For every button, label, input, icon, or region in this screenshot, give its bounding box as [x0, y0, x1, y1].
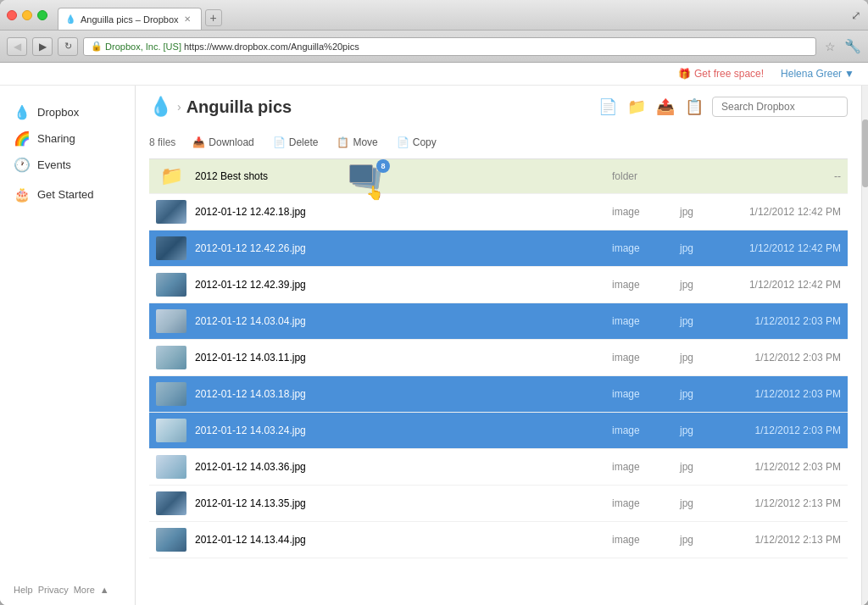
breadcrumb: 💧 › Anguilla pics	[149, 96, 292, 118]
file-header: 💧 › Anguilla pics 📄 📁 📤 📋	[149, 96, 848, 118]
sidebar-item-dropbox[interactable]: 💧 Dropbox	[0, 99, 135, 125]
forward-button[interactable]: ▶	[32, 37, 53, 56]
delete-button[interactable]: 📄 Delete	[264, 133, 327, 152]
title-bar: 💧 Anguilla pics – Dropbox ✕ + ⤢	[0, 0, 868, 31]
folder-icon: 📁	[156, 165, 186, 187]
file-type: image	[612, 279, 680, 291]
more-link[interactable]: More	[74, 585, 95, 595]
drag-count-badge: 8	[376, 159, 390, 173]
copy-button[interactable]: 📄 Copy	[388, 133, 445, 152]
sidebar-item-events[interactable]: 🕐 Events	[0, 152, 135, 178]
file-date: --	[722, 170, 841, 182]
file-date: 1/12/2012 2:03 PM	[722, 425, 841, 436]
file-date: 1/12/2012 12:42 PM	[722, 242, 841, 254]
user-menu[interactable]: Helena Greer ▼	[781, 68, 854, 80]
upload-file-icon[interactable]: 📄	[597, 96, 619, 118]
file-thumbnail	[156, 273, 186, 297]
sharing-icon: 🌈	[14, 130, 31, 147]
table-row[interactable]: 2012-01-12 14.03.11.jpg image jpg 1/12/2…	[149, 340, 848, 376]
refresh-button[interactable]: ↻	[58, 37, 78, 56]
file-ext: jpg	[680, 461, 722, 473]
table-row[interactable]: 2012-01-12 12.42.26.jpg image jpg 1/12/2…	[149, 230, 848, 267]
file-type: image	[612, 425, 680, 436]
sidebar-item-sharing[interactable]: 🌈 Sharing	[0, 125, 135, 152]
table-row[interactable]: 2012-01-12 14.03.18.jpg image jpg 1/12/2…	[149, 376, 848, 413]
help-link[interactable]: Help	[14, 585, 33, 595]
dropbox-icon: 💧	[14, 104, 31, 120]
folder-title: Anguilla pics	[186, 97, 292, 117]
traffic-lights	[7, 10, 47, 20]
delete-icon: 📄	[273, 136, 286, 148]
table-row[interactable]: 2012-01-12 14.13.44.jpg image jpg 1/12/2…	[149, 522, 848, 558]
table-row[interactable]: 2012-01-12 12.42.39.jpg image jpg 1/12/2…	[149, 267, 848, 303]
sidebar-label-dropbox: Dropbox	[37, 106, 79, 119]
table-row[interactable]: 2012-01-12 14.03.04.jpg image jpg 1/12/2…	[149, 303, 848, 340]
new-folder-icon[interactable]: 📁	[626, 96, 648, 118]
gift-icon: 🎁	[678, 68, 691, 80]
file-type: image	[612, 388, 680, 400]
file-name: 2012-01-12 14.03.18.jpg	[195, 388, 612, 400]
download-icon: 📥	[192, 136, 205, 148]
file-date: 1/12/2012 2:03 PM	[722, 461, 841, 473]
table-row[interactable]: 2012-01-12 14.03.36.jpg image jpg 1/12/2…	[149, 449, 848, 486]
url-bar[interactable]: 🔒 Dropbox, Inc. [US] https://www.dropbox…	[83, 37, 816, 56]
tab-close-button[interactable]: ✕	[184, 14, 191, 24]
file-date: 1/12/2012 2:13 PM	[722, 534, 841, 546]
file-thumbnail	[156, 455, 186, 479]
file-thumbnail	[156, 382, 186, 406]
share-folder-icon[interactable]: 📤	[654, 96, 676, 118]
file-thumbnail	[156, 346, 186, 369]
file-name: 2012-01-12 14.13.35.jpg	[195, 497, 612, 509]
file-type: image	[612, 534, 680, 546]
privacy-link[interactable]: Privacy	[38, 585, 69, 595]
table-row[interactable]: 📁 2012 Best shots 8 👆	[149, 159, 848, 194]
table-row[interactable]: 2012-01-12 14.13.35.jpg image jpg 1/12/2…	[149, 486, 848, 522]
toolbar: 8 files 📥 Download 📄 Delete 📋 Move	[149, 128, 848, 159]
get-space-label: Get free space!	[694, 68, 764, 80]
bookmark-icon[interactable]: ☆	[821, 40, 839, 53]
new-tab-button[interactable]: +	[205, 9, 222, 26]
tools-icon[interactable]: 🔧	[844, 38, 861, 54]
file-ext: jpg	[680, 497, 722, 509]
file-ext: jpg	[680, 388, 722, 400]
get-space-link[interactable]: 🎁 Get free space!	[678, 68, 764, 80]
scrollbar-thumb[interactable]	[862, 119, 868, 187]
file-area: 💧 › Anguilla pics 📄 📁 📤 📋	[136, 86, 861, 605]
file-thumbnail	[156, 309, 186, 333]
file-type: image	[612, 206, 680, 218]
sidebar-item-get-started[interactable]: 🎂 Get Started	[0, 181, 135, 208]
table-row[interactable]: 2012-01-12 12.42.18.jpg image jpg 1/12/2…	[149, 194, 848, 230]
file-ext: jpg	[680, 534, 722, 546]
search-input[interactable]	[712, 97, 848, 117]
file-name: 2012-01-12 12.42.18.jpg	[195, 206, 612, 218]
file-ext: jpg	[680, 315, 722, 327]
file-list: 📁 2012 Best shots 8 👆	[149, 159, 848, 605]
move-button[interactable]: 📋 Move	[328, 133, 386, 152]
fullscreen-icon[interactable]: ⤢	[851, 8, 861, 22]
user-name-label: Helena Greer	[781, 68, 842, 80]
secure-label: Dropbox, Inc. [US]	[105, 42, 181, 52]
file-date: 1/12/2012 2:13 PM	[722, 497, 841, 509]
events-icon: 🕐	[14, 157, 31, 173]
sidebar-label-get-started: Get Started	[37, 188, 93, 201]
back-button[interactable]: ◀	[7, 37, 27, 56]
copy-icon: 📄	[397, 136, 409, 148]
file-thumbnail	[156, 236, 186, 260]
file-ext: jpg	[680, 279, 722, 291]
maximize-button[interactable]	[37, 10, 47, 20]
table-row[interactable]: 2012-01-12 14.03.24.jpg image jpg 1/12/2…	[149, 413, 848, 449]
file-type: image	[612, 315, 680, 327]
active-tab[interactable]: 💧 Anguilla pics – Dropbox ✕	[58, 8, 202, 30]
close-button[interactable]	[7, 10, 17, 20]
file-name: 2012-01-12 14.03.36.jpg	[195, 461, 612, 473]
more-actions-icon[interactable]: 📋	[683, 96, 705, 118]
file-thumbnail	[156, 528, 186, 552]
file-name: 2012-01-12 14.13.44.jpg	[195, 534, 612, 546]
url-protocol: https://	[184, 42, 212, 52]
minimize-button[interactable]	[22, 10, 32, 20]
address-bar: ◀ ▶ ↻ 🔒 Dropbox, Inc. [US] https://www.d…	[0, 31, 868, 63]
tab-title: Anguilla pics – Dropbox	[81, 14, 179, 25]
scrollbar-track[interactable]	[861, 86, 868, 605]
file-thumbnail	[156, 200, 186, 224]
download-button[interactable]: 📥 Download	[184, 133, 262, 152]
